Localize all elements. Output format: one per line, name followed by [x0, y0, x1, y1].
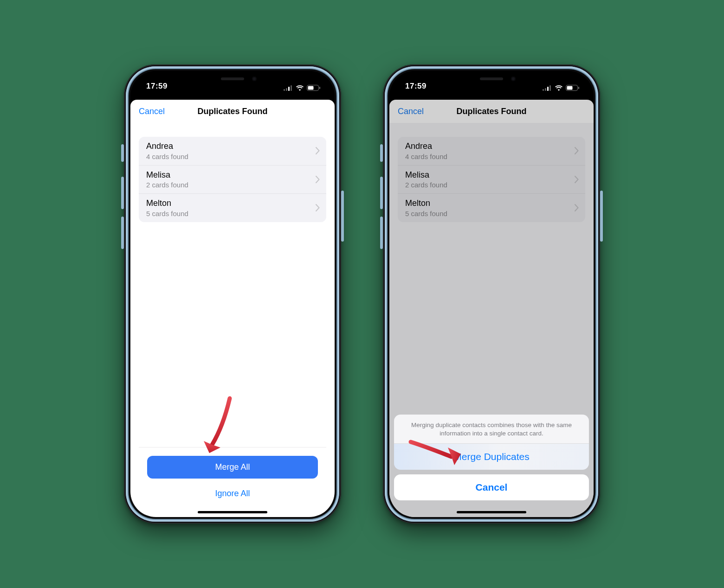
side-button — [341, 191, 344, 242]
duplicate-name: Melisa — [146, 170, 311, 180]
svg-rect-10 — [549, 85, 551, 91]
notch — [451, 71, 532, 87]
cellular-icon — [543, 85, 552, 91]
phone-right: 17:59 Cancel Duplicates Found And — [383, 64, 600, 524]
svg-rect-12 — [567, 86, 573, 90]
volume-down-button — [380, 217, 383, 249]
duplicate-name: Andrea — [146, 141, 311, 152]
merge-duplicates-button[interactable]: Merge Duplicates — [394, 444, 589, 470]
chevron-right-icon — [575, 204, 579, 211]
svg-rect-1 — [286, 88, 287, 91]
cellular-icon — [284, 85, 293, 91]
mute-switch — [380, 144, 383, 162]
svg-rect-5 — [308, 86, 314, 90]
content: Andrea 4 cards found Melisa 2 cards foun… — [130, 123, 335, 517]
battery-icon — [307, 85, 321, 91]
wifi-icon — [296, 85, 304, 91]
duplicate-row[interactable]: Andrea 4 cards found — [139, 137, 326, 166]
mute-switch — [121, 144, 124, 162]
duplicate-name: Melisa — [405, 170, 570, 180]
status-icons — [284, 85, 321, 92]
duplicate-name: Melton — [146, 198, 311, 209]
svg-rect-3 — [291, 85, 292, 91]
cancel-button[interactable]: Cancel — [398, 107, 424, 116]
svg-rect-6 — [319, 87, 320, 89]
side-button — [600, 191, 603, 242]
volume-up-button — [121, 177, 124, 209]
duplicate-row[interactable]: Melisa 2 cards found — [398, 166, 585, 194]
merge-all-button[interactable]: Merge All — [147, 456, 318, 479]
notch — [192, 71, 273, 87]
svg-rect-0 — [284, 89, 285, 91]
cancel-button[interactable]: Cancel — [139, 107, 165, 116]
chevron-right-icon — [316, 204, 320, 211]
action-sheet: Merging duplicate contacts combines thos… — [389, 410, 594, 517]
wifi-icon — [555, 85, 563, 91]
sheet: Cancel Duplicates Found Andrea 4 cards f… — [389, 100, 594, 517]
duplicate-name: Andrea — [405, 141, 570, 152]
duplicates-group: Andrea 4 cards found Melisa 2 cards foun… — [139, 137, 326, 222]
home-indicator[interactable] — [198, 511, 267, 513]
duplicate-sub: 2 cards found — [405, 181, 570, 189]
nav-bar: Cancel Duplicates Found — [389, 100, 594, 123]
sheet: Cancel Duplicates Found Andrea 4 cards f… — [130, 100, 335, 517]
status-icons — [543, 85, 580, 92]
battery-icon — [566, 85, 580, 91]
footer: Merge All Ignore All — [139, 447, 326, 517]
svg-rect-8 — [545, 88, 546, 91]
ignore-all-button[interactable]: Ignore All — [147, 482, 318, 505]
volume-down-button — [121, 217, 124, 249]
duplicate-row[interactable]: Andrea 4 cards found — [398, 137, 585, 166]
chevron-right-icon — [575, 176, 579, 183]
phone-left: 17:59 Cancel Duplicates Found And — [124, 64, 341, 524]
chevron-right-icon — [316, 176, 320, 183]
duplicate-name: Melton — [405, 198, 570, 209]
svg-rect-9 — [547, 87, 549, 91]
chevron-right-icon — [575, 147, 579, 154]
chevron-right-icon — [316, 147, 320, 154]
screen: 17:59 Cancel Duplicates Found And — [389, 71, 594, 517]
status-time: 17:59 — [405, 82, 427, 92]
status-time: 17:59 — [146, 82, 168, 92]
screen: 17:59 Cancel Duplicates Found And — [130, 71, 335, 517]
action-sheet-cancel-button[interactable]: Cancel — [394, 474, 589, 500]
nav-bar: Cancel Duplicates Found — [130, 100, 335, 123]
duplicate-sub: 5 cards found — [146, 210, 311, 217]
svg-rect-7 — [543, 89, 544, 91]
action-sheet-group: Merging duplicate contacts combines thos… — [394, 415, 589, 470]
svg-rect-13 — [578, 87, 579, 89]
svg-rect-2 — [288, 87, 290, 91]
duplicate-sub: 2 cards found — [146, 181, 311, 189]
duplicate-row[interactable]: Melton 5 cards found — [398, 194, 585, 222]
duplicate-sub: 4 cards found — [405, 153, 570, 160]
duplicates-group: Andrea 4 cards found Melisa 2 cards foun… — [398, 137, 585, 222]
action-sheet-message: Merging duplicate contacts combines thos… — [394, 415, 589, 444]
duplicate-row[interactable]: Melton 5 cards found — [139, 194, 326, 222]
duplicate-row[interactable]: Melisa 2 cards found — [139, 166, 326, 194]
duplicate-sub: 5 cards found — [405, 210, 570, 217]
duplicate-sub: 4 cards found — [146, 153, 311, 160]
volume-up-button — [380, 177, 383, 209]
